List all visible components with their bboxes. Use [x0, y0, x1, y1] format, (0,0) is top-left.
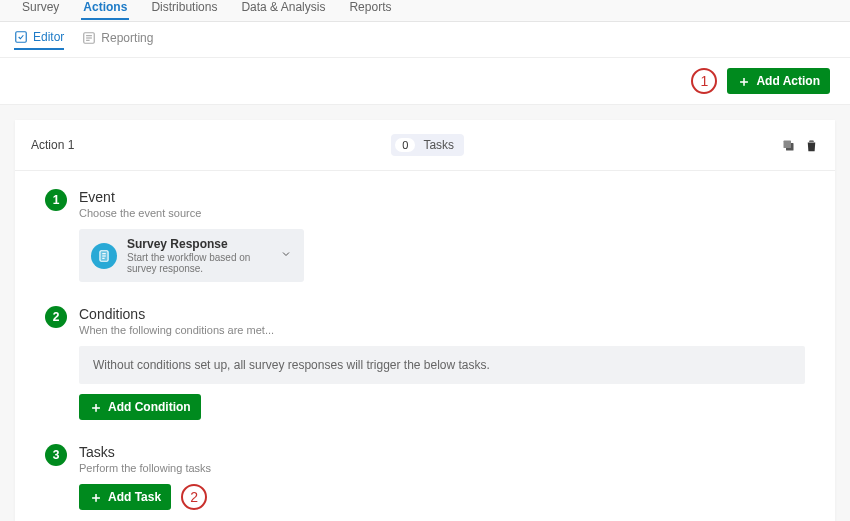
tasks-count: 0: [395, 138, 415, 152]
toolbar: 1 ＋ Add Action: [0, 58, 850, 105]
subnav-editor-label: Editor: [33, 30, 64, 44]
step-2-badge: 2: [45, 306, 67, 328]
section-event: 1 Event Choose the event source Survey R…: [15, 171, 835, 300]
tasks-sub: Perform the following tasks: [79, 462, 211, 474]
plus-icon: ＋: [737, 74, 751, 88]
tasks-label: Tasks: [423, 138, 454, 152]
plus-icon: ＋: [89, 400, 103, 414]
topnav-reports[interactable]: Reports: [347, 0, 393, 18]
section-tasks: 3 Tasks Perform the following tasks ＋ Ad…: [15, 438, 835, 521]
event-title: Event: [79, 189, 201, 205]
callout-1: 1: [691, 68, 717, 94]
add-action-button[interactable]: ＋ Add Action: [727, 68, 830, 94]
add-task-label: Add Task: [108, 490, 161, 504]
subnav-reporting-label: Reporting: [101, 31, 153, 45]
editor-icon: [14, 30, 28, 44]
section-conditions: 2 Conditions When the following conditio…: [15, 300, 835, 438]
action-card: Action 1 0 Tasks 1 Event Choose the even…: [15, 120, 835, 521]
conditions-banner: Without conditions set up, all survey re…: [79, 346, 805, 384]
step-1-badge: 1: [45, 189, 67, 211]
add-task-button[interactable]: ＋ Add Task: [79, 484, 171, 510]
header-icons: [781, 138, 819, 153]
chevron-down-icon: [280, 248, 292, 263]
event-source-select[interactable]: Survey Response Start the workflow based…: [79, 229, 304, 282]
add-condition-button[interactable]: ＋ Add Condition: [79, 394, 201, 420]
add-action-label: Add Action: [756, 74, 820, 88]
tasks-badge[interactable]: 0 Tasks: [391, 134, 464, 156]
trash-icon[interactable]: [804, 138, 819, 153]
topnav-actions[interactable]: Actions: [81, 0, 129, 20]
svg-rect-6: [783, 140, 791, 148]
subnav-editor[interactable]: Editor: [14, 30, 64, 50]
topnav-data-analysis[interactable]: Data & Analysis: [239, 0, 327, 18]
sub-nav: Editor Reporting: [0, 22, 850, 58]
copy-icon[interactable]: [781, 138, 796, 153]
callout-2: 2: [181, 484, 207, 510]
topnav-survey[interactable]: Survey: [20, 0, 61, 18]
event-sub: Choose the event source: [79, 207, 201, 219]
top-nav: Survey Actions Distributions Data & Anal…: [0, 0, 850, 22]
conditions-title: Conditions: [79, 306, 274, 322]
subnav-reporting[interactable]: Reporting: [82, 31, 153, 49]
tasks-title: Tasks: [79, 444, 211, 460]
topnav-distributions[interactable]: Distributions: [149, 0, 219, 18]
action-header: Action 1 0 Tasks: [15, 120, 835, 171]
svg-rect-0: [16, 31, 27, 42]
action-title[interactable]: Action 1: [31, 138, 74, 152]
step-3-badge: 3: [45, 444, 67, 466]
conditions-sub: When the following conditions are met...: [79, 324, 274, 336]
plus-icon: ＋: [89, 490, 103, 504]
add-condition-label: Add Condition: [108, 400, 191, 414]
event-select-desc: Start the workflow based on survey respo…: [127, 252, 270, 274]
event-select-title: Survey Response: [127, 237, 270, 251]
survey-response-icon: [91, 243, 117, 269]
reporting-icon: [82, 31, 96, 45]
